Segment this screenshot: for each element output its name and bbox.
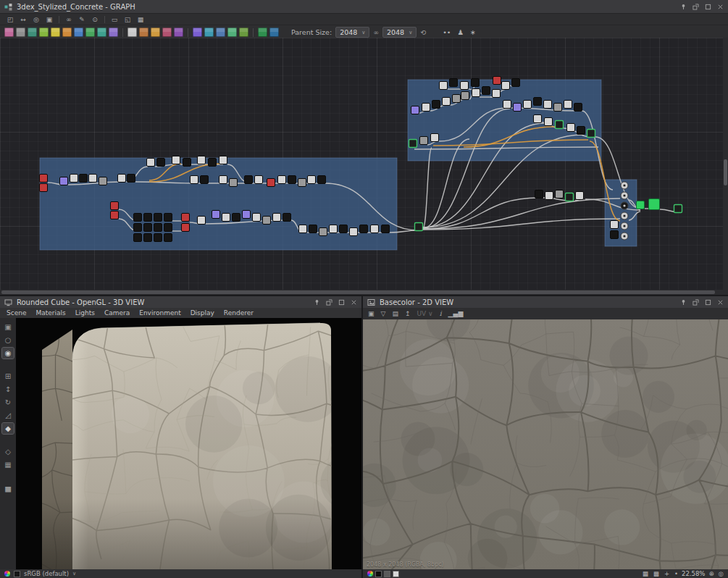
- zoom-reset-icon[interactable]: ⊕: [708, 570, 714, 577]
- menu-lights[interactable]: Lights: [75, 309, 95, 317]
- graph-node[interactable]: [564, 101, 572, 109]
- graph-node[interactable]: [182, 214, 190, 222]
- float-icon[interactable]: [326, 299, 332, 306]
- graph-node[interactable]: [611, 231, 619, 239]
- close-icon[interactable]: [351, 299, 357, 306]
- menu-environment[interactable]: Environment: [139, 309, 180, 317]
- frame-region-icon[interactable]: ◱: [122, 16, 133, 23]
- graph-node[interactable]: [134, 224, 142, 232]
- graph-node[interactable]: [273, 214, 281, 222]
- close-icon[interactable]: [717, 4, 724, 10]
- graph-node[interactable]: [649, 199, 660, 210]
- checker-icon[interactable]: ▩: [653, 570, 659, 577]
- graph-node[interactable]: [503, 101, 511, 109]
- view3d-titlebar[interactable]: Rounded Cube - OpenGL - 3D VIEW: [0, 296, 361, 308]
- graph-node[interactable]: [80, 175, 88, 183]
- layers-icon[interactable]: ▤: [392, 310, 398, 317]
- hscroll-thumb[interactable]: [1, 290, 715, 294]
- graph-node[interactable]: [40, 175, 48, 183]
- graph-node[interactable]: [360, 225, 368, 233]
- export-icon[interactable]: ↥: [405, 310, 411, 317]
- graph-node[interactable]: [440, 82, 448, 90]
- graph-node[interactable]: [245, 176, 253, 184]
- material-sphere-icon[interactable]: ◆: [2, 423, 14, 434]
- uniform-color-node-icon[interactable]: [28, 28, 37, 37]
- view2d-canvas[interactable]: 2048 x 2048 (RGBA, 8bpc): [363, 319, 728, 569]
- maximize-icon[interactable]: [705, 299, 711, 306]
- graph-node[interactable]: [319, 228, 327, 236]
- maximize-icon[interactable]: [338, 299, 345, 306]
- emboss-node-icon[interactable]: [174, 28, 183, 37]
- rounded-cube-render[interactable]: [16, 318, 361, 569]
- menu-materials[interactable]: Materials: [35, 309, 65, 317]
- graph-node[interactable]: [99, 177, 107, 185]
- graph-node[interactable]: [330, 225, 338, 233]
- graph-node[interactable]: [514, 104, 522, 112]
- float-icon[interactable]: [693, 4, 699, 10]
- graph-node[interactable]: [154, 214, 162, 222]
- node-graph[interactable]: [0, 38, 728, 290]
- graph-node[interactable]: [431, 134, 439, 142]
- graph-node[interactable]: [482, 87, 490, 95]
- info-icon[interactable]: i: [440, 310, 442, 317]
- color-profile-select[interactable]: sRGB (default) ∨: [24, 570, 76, 577]
- pencil-link-icon[interactable]: ✎: [76, 16, 88, 23]
- graph-node[interactable]: [472, 89, 480, 97]
- sharpen-node-icon[interactable]: [162, 28, 172, 37]
- graph-node[interactable]: [535, 190, 543, 198]
- pose-icon[interactable]: ♟: [457, 28, 464, 36]
- graph-node[interactable]: [576, 192, 584, 200]
- graph-node[interactable]: [512, 79, 520, 87]
- noise-node-icon[interactable]: [239, 28, 248, 37]
- graph-node[interactable]: [587, 130, 595, 138]
- graph-node[interactable]: [89, 175, 97, 183]
- graph-node[interactable]: [154, 234, 162, 242]
- hsl-node-icon[interactable]: [74, 28, 83, 37]
- graph-node[interactable]: [111, 202, 119, 210]
- graph-titlebar[interactable]: 3dex_Stylized_Concrete - GRAPH: [0, 0, 728, 13]
- save-icon[interactable]: ▽: [381, 310, 386, 317]
- parent-size-height-select[interactable]: 2048∨: [382, 27, 417, 38]
- graph-node[interactable]: [308, 176, 316, 184]
- graph-node[interactable]: [409, 140, 417, 148]
- svg-node-icon[interactable]: [16, 28, 25, 37]
- float-icon[interactable]: [693, 299, 699, 306]
- graph-node[interactable]: [556, 190, 564, 198]
- size-reset-icon[interactable]: ⟲: [420, 28, 426, 36]
- graph-node[interactable]: [233, 214, 240, 222]
- uv-display-toggle[interactable]: UV ∨: [417, 310, 433, 317]
- pixel-grid-icon[interactable]: •: [674, 570, 678, 577]
- graph-node[interactable]: [415, 223, 423, 231]
- vscroll-thumb[interactable]: [724, 159, 727, 185]
- recenter-icon[interactable]: +: [664, 570, 669, 577]
- tiling-icon[interactable]: ▦: [643, 570, 648, 577]
- zoom-tool-icon[interactable]: ◎: [30, 16, 42, 23]
- input-node-icon[interactable]: [258, 28, 267, 37]
- pin-icon[interactable]: [680, 4, 687, 10]
- normal-node-icon[interactable]: [193, 28, 202, 37]
- menu-display[interactable]: Display: [191, 309, 214, 317]
- gradient-map-node-icon[interactable]: [85, 28, 95, 37]
- graph-node[interactable]: [255, 176, 263, 184]
- graph-node[interactable]: [164, 224, 172, 232]
- graph-node[interactable]: [222, 214, 230, 222]
- swatch-mid[interactable]: [384, 571, 390, 577]
- basecolor-texture[interactable]: [363, 319, 728, 569]
- size-link-icon[interactable]: ∞: [373, 29, 379, 36]
- stats-icon[interactable]: ▅: [2, 482, 14, 493]
- translate-icon[interactable]: ↕: [2, 384, 14, 395]
- graph-node[interactable]: [201, 176, 209, 184]
- blur-node-icon[interactable]: [127, 28, 137, 37]
- graph-node[interactable]: [144, 224, 152, 232]
- scene-tree-icon[interactable]: ⊞: [2, 371, 14, 382]
- height-node-icon[interactable]: [204, 28, 214, 37]
- graph-vscrollbar[interactable]: [723, 38, 728, 295]
- close-icon[interactable]: [717, 299, 724, 306]
- graph-node[interactable]: [566, 193, 574, 201]
- graph-node[interactable]: [147, 159, 155, 167]
- frame-all-icon[interactable]: ▣: [43, 16, 55, 23]
- graph-node[interactable]: [411, 106, 419, 114]
- graph-node[interactable]: [144, 234, 152, 242]
- scale-icon[interactable]: ◿: [2, 410, 14, 421]
- comment-icon[interactable]: ▭: [109, 16, 120, 23]
